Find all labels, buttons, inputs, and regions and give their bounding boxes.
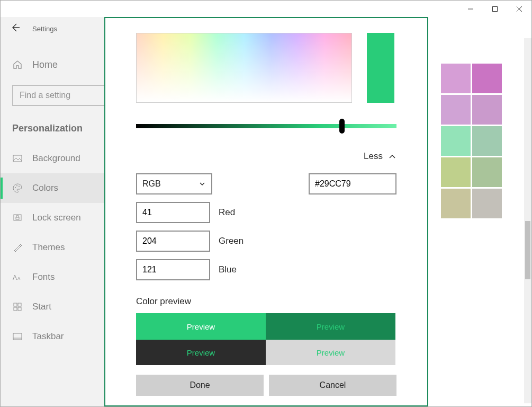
nav-label: Themes bbox=[32, 242, 65, 253]
lock-screen-icon bbox=[12, 213, 23, 223]
maximize-icon bbox=[492, 6, 498, 12]
done-button[interactable]: Done bbox=[136, 375, 264, 396]
nav-label: Lock screen bbox=[32, 213, 81, 223]
color-swatch[interactable] bbox=[472, 189, 502, 218]
minimize-button[interactable] bbox=[458, 1, 483, 17]
nav-label: Background bbox=[32, 153, 80, 164]
svg-rect-4 bbox=[13, 155, 22, 162]
current-color-swatch bbox=[367, 33, 394, 103]
color-picker-dialog: Less RGB Red Green Blue bbox=[104, 17, 428, 406]
red-input[interactable] bbox=[136, 202, 210, 223]
preview-grid: Preview Preview Preview Preview bbox=[136, 313, 395, 365]
color-mode-value: RGB bbox=[142, 179, 161, 189]
titlebar bbox=[1, 1, 531, 17]
inputs-row: RGB bbox=[136, 173, 396, 194]
svg-point-5 bbox=[15, 187, 16, 188]
taskbar-icon bbox=[12, 331, 23, 342]
palette-icon bbox=[12, 183, 23, 193]
svg-text:A: A bbox=[17, 276, 21, 281]
back-arrow-icon bbox=[10, 22, 21, 33]
svg-rect-14 bbox=[14, 307, 17, 311]
svg-rect-9 bbox=[16, 217, 19, 219]
nav-label: Colors bbox=[32, 183, 58, 193]
color-swatch[interactable] bbox=[441, 95, 471, 125]
color-swatch[interactable] bbox=[472, 95, 502, 125]
saturation-field[interactable] bbox=[136, 33, 352, 103]
blue-input[interactable] bbox=[136, 259, 210, 280]
svg-rect-12 bbox=[14, 303, 17, 306]
svg-text:A: A bbox=[13, 274, 17, 281]
color-swatch-grid bbox=[441, 64, 502, 218]
red-label: Red bbox=[219, 207, 235, 218]
settings-window: Settings Home Personalization Background… bbox=[0, 0, 532, 407]
blue-label: Blue bbox=[219, 264, 237, 275]
nav-label: Fonts bbox=[32, 272, 55, 282]
less-label: Less bbox=[364, 151, 383, 162]
chevron-up-icon bbox=[388, 152, 396, 161]
color-swatch[interactable] bbox=[441, 64, 471, 93]
dialog-buttons: Done Cancel bbox=[136, 375, 396, 396]
fonts-icon: AA bbox=[12, 272, 23, 282]
themes-icon bbox=[12, 242, 23, 253]
settings-title: Settings bbox=[32, 25, 57, 33]
back-button[interactable] bbox=[10, 22, 21, 35]
start-icon bbox=[12, 302, 23, 312]
hex-input[interactable] bbox=[309, 173, 396, 194]
home-label: Home bbox=[32, 59, 58, 70]
color-swatch[interactable] bbox=[472, 157, 502, 187]
scrollbar[interactable] bbox=[524, 38, 531, 403]
picture-icon bbox=[12, 153, 23, 164]
preview-title: Color preview bbox=[136, 296, 396, 307]
preview-accent-on-gray: Preview bbox=[266, 340, 395, 365]
color-swatch[interactable] bbox=[472, 64, 502, 93]
green-row: Green bbox=[136, 231, 396, 252]
preview-accent-on-dark-accent: Preview bbox=[266, 313, 395, 340]
slider-track bbox=[136, 124, 396, 128]
maximize-button[interactable] bbox=[483, 1, 507, 17]
svg-rect-16 bbox=[13, 333, 22, 340]
scrollbar-thumb[interactable] bbox=[525, 221, 530, 279]
lightness-slider[interactable] bbox=[136, 122, 396, 129]
color-swatch[interactable] bbox=[441, 157, 471, 187]
close-button[interactable] bbox=[507, 1, 531, 17]
nav-label: Start bbox=[32, 302, 51, 312]
chevron-down-icon bbox=[199, 180, 206, 188]
cancel-button[interactable]: Cancel bbox=[269, 375, 396, 396]
svg-point-7 bbox=[19, 186, 20, 187]
svg-rect-15 bbox=[18, 307, 21, 311]
home-icon bbox=[12, 59, 23, 70]
svg-rect-13 bbox=[18, 303, 21, 306]
green-input[interactable] bbox=[136, 231, 210, 252]
minimize-icon bbox=[467, 6, 474, 12]
green-label: Green bbox=[219, 236, 244, 246]
less-toggle[interactable]: Less bbox=[136, 151, 396, 162]
nav-label: Taskbar bbox=[32, 331, 64, 342]
svg-rect-1 bbox=[493, 6, 498, 11]
blue-row: Blue bbox=[136, 259, 396, 280]
close-icon bbox=[516, 6, 522, 12]
color-swatch[interactable] bbox=[472, 126, 502, 156]
svg-point-6 bbox=[16, 185, 17, 187]
color-swatch[interactable] bbox=[441, 126, 471, 156]
color-swatch[interactable] bbox=[441, 189, 471, 218]
preview-accent-on-light: Preview bbox=[136, 313, 266, 340]
slider-thumb[interactable] bbox=[339, 119, 345, 134]
hue-row bbox=[136, 33, 396, 103]
preview-accent-on-dark: Preview bbox=[136, 340, 266, 365]
color-mode-select[interactable]: RGB bbox=[136, 173, 212, 194]
body: Settings Home Personalization Background… bbox=[1, 17, 531, 406]
red-row: Red bbox=[136, 202, 396, 223]
